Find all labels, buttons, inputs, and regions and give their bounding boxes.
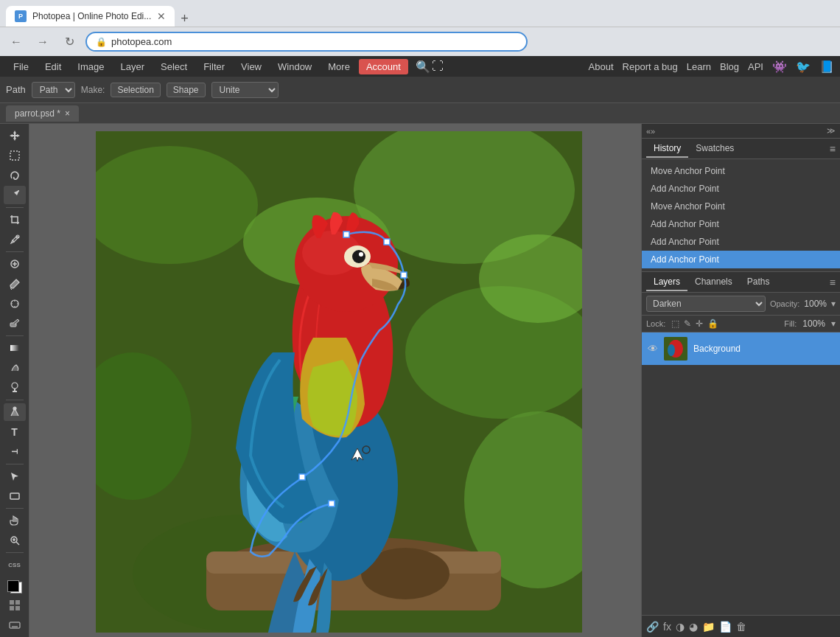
brush-tool-button[interactable] [4, 275, 26, 293]
refresh-button[interactable]: ↻ [59, 32, 80, 52]
path-type-select[interactable]: Path [32, 82, 75, 98]
make-shape-button[interactable]: Shape [167, 83, 206, 97]
zoom-tool-button[interactable] [4, 532, 26, 550]
doc-tab-close[interactable]: × [65, 108, 70, 119]
panel-menu-top-button[interactable]: ≫ [827, 126, 836, 136]
vertical-text-tool-button[interactable]: T [4, 442, 26, 461]
unite-select[interactable]: Unite Subtract Intersect Exclude [211, 82, 279, 98]
svg-rect-51 [299, 474, 305, 480]
menu-select[interactable]: Select [153, 59, 195, 74]
svg-rect-23 [15, 606, 20, 610]
menu-image[interactable]: Image [70, 59, 111, 74]
menu-layer[interactable]: Layer [113, 59, 153, 74]
history-item-3[interactable]: Add Anchor Point [642, 215, 840, 233]
foreground-color-swatch[interactable] [7, 580, 19, 592]
canvas-area[interactable] [29, 124, 641, 637]
menu-file[interactable]: File [6, 59, 36, 74]
move-tool-button[interactable] [4, 127, 26, 145]
marquee-tool-button[interactable] [4, 147, 26, 165]
facebook-icon[interactable]: 📘 [819, 60, 834, 74]
keyboard-button[interactable] [4, 616, 26, 634]
menu-window[interactable]: Window [270, 59, 319, 74]
search-icon[interactable]: 🔍 [416, 60, 430, 74]
path-select-tool-button[interactable] [4, 467, 26, 486]
crop-tool-button[interactable] [4, 211, 26, 229]
address-field[interactable]: 🔒 photopea.com [85, 32, 528, 52]
tab-channels[interactable]: Channels [687, 274, 740, 291]
new-tab-button[interactable]: + [175, 11, 195, 27]
document-tab[interactable]: parrot.psd * × [6, 105, 79, 122]
hand-tool-button[interactable] [4, 512, 26, 530]
history-item-4[interactable]: Add Anchor Point [642, 233, 840, 251]
menu-more[interactable]: More [321, 59, 357, 74]
dodge-tool-button[interactable] [4, 378, 26, 397]
css-button[interactable]: CSS [4, 556, 26, 574]
lock-all-button[interactable]: 🔒 [707, 318, 718, 329]
layer-fx-button[interactable]: fx [663, 621, 671, 633]
add-mask-button[interactable]: ◑ [676, 621, 685, 633]
history-item-1[interactable]: Add Anchor Point [642, 180, 840, 198]
menu-blog[interactable]: Blog [720, 61, 739, 72]
history-item-0[interactable]: Move Anchor Point [642, 162, 840, 180]
history-panel-menu-button[interactable]: ≡ [830, 143, 836, 155]
shape-tool-button[interactable] [4, 487, 26, 505]
menu-api[interactable]: API [748, 61, 763, 72]
menu-about[interactable]: About [589, 61, 614, 72]
tab-history[interactable]: History [646, 140, 688, 158]
panel-bottom-toolbar: 🔗 fx ◑ ◕ 📁 📄 🗑 [642, 615, 840, 637]
history-item-5[interactable]: Add Anchor Point [642, 251, 840, 268]
tab-paths[interactable]: Paths [740, 274, 777, 291]
panel-expand-button[interactable]: «» [646, 127, 655, 136]
magic-wand-tool-button[interactable] [4, 186, 26, 204]
url-text: photopea.com [111, 36, 172, 47]
menu-account[interactable]: Account [359, 59, 408, 74]
eyedropper-tool-button[interactable] [4, 230, 26, 248]
blend-mode-select[interactable]: Normal Dissolve Darken Multiply [646, 296, 766, 312]
create-group-button[interactable]: 📁 [702, 621, 715, 633]
menu-learn[interactable]: Learn [687, 61, 711, 72]
make-selection-button[interactable]: Selection [111, 83, 160, 97]
fill-dropdown-icon[interactable]: ▾ [831, 318, 836, 329]
lasso-tool-button[interactable] [4, 166, 26, 184]
menu-filter[interactable]: Filter [196, 59, 232, 74]
link-layers-button[interactable]: 🔗 [646, 621, 659, 633]
eraser-tool-button[interactable] [4, 314, 26, 333]
gradient-tool-button[interactable] [4, 339, 26, 358]
app-menu-bar: File Edit Image Layer Select Filter View… [0, 56, 840, 77]
pen-tool-button[interactable] [4, 403, 26, 422]
pattern-tool-button[interactable] [4, 596, 26, 615]
menu-edit[interactable]: Edit [38, 59, 69, 74]
lock-pixels-button[interactable]: ✎ [684, 318, 691, 329]
smudge-tool-button[interactable] [4, 358, 26, 377]
clone-tool-button[interactable] [4, 294, 26, 313]
menu-view[interactable]: View [234, 59, 269, 74]
tool-divider-6 [6, 508, 24, 509]
menu-report-bug[interactable]: Report a bug [623, 61, 678, 72]
reddit-icon[interactable]: 👾 [772, 60, 787, 74]
layers-panel-menu-button[interactable]: ≡ [830, 276, 836, 288]
color-swatches[interactable] [7, 580, 22, 594]
twitter-icon[interactable]: 🐦 [796, 60, 811, 74]
opacity-dropdown-icon[interactable]: ▾ [831, 299, 836, 309]
svg-rect-15 [10, 493, 19, 499]
tab-swatches[interactable]: Swatches [688, 140, 741, 158]
delete-layer-button[interactable]: 🗑 [736, 621, 746, 633]
create-adjustment-button[interactable]: ◕ [689, 621, 698, 633]
lock-position-button[interactable]: ✛ [696, 318, 703, 329]
back-button[interactable]: ← [6, 32, 27, 52]
lock-transparency-button[interactable]: ⬚ [671, 318, 679, 329]
tab-close-button[interactable]: ✕ [157, 10, 166, 22]
forward-button[interactable]: → [32, 32, 53, 52]
browser-tab-active[interactable]: P Photopea | Online Photo Edi... ✕ [6, 6, 175, 27]
layer-visibility-button[interactable]: 👁 [648, 343, 658, 355]
new-layer-button[interactable]: 📄 [719, 621, 732, 633]
text-tool-button[interactable]: T [4, 422, 26, 441]
layer-item-background[interactable]: 👁 Background [642, 333, 840, 365]
tab-layers[interactable]: Layers [646, 274, 687, 291]
history-item-2[interactable]: Move Anchor Point [642, 198, 840, 215]
canvas-image[interactable] [96, 131, 582, 633]
make-label: Make: [81, 85, 105, 95]
panel-collapse-row-top: «» ≫ [642, 124, 840, 139]
fullscreen-icon[interactable]: ⛶ [432, 60, 444, 73]
heal-tool-button[interactable] [4, 255, 26, 274]
